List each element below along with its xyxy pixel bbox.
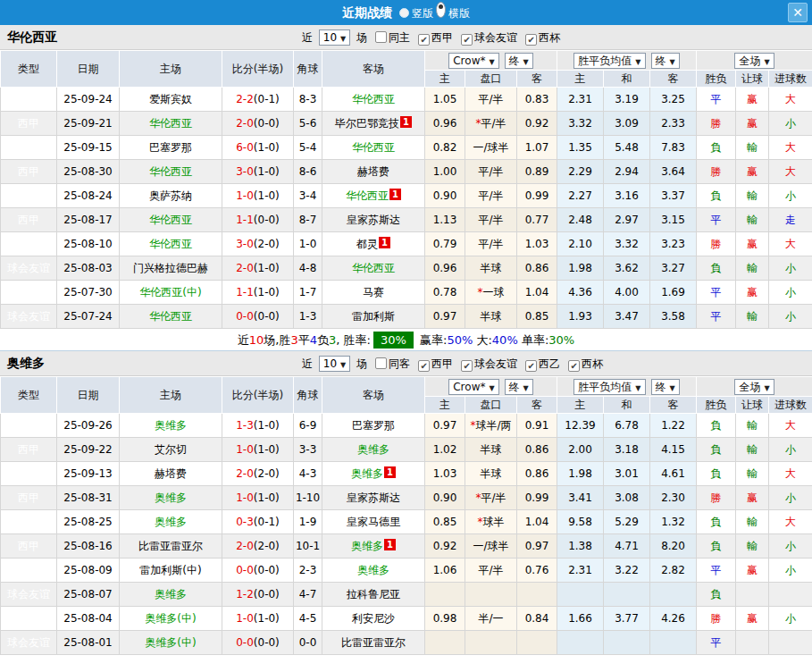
select-value: 终 [656,381,666,393]
scope-select[interactable]: 全场▼ [734,379,774,395]
corner-cell: 4-7 [294,583,322,607]
result-text: 勝 [711,238,722,250]
avg-away-cell: 8.20 [650,534,697,559]
league-type-cell: 西甲 [1,88,57,112]
games-count-select[interactable]: 10▼ [319,29,350,46]
avg-draw-cell: 3.47 [604,305,650,329]
handicap-result-cell: 輸 [736,462,769,486]
corner-cell: 2-3 [294,559,322,583]
home-team-name: 艾尔切 [155,443,187,456]
away-team-name: 利安尼沙 [352,612,395,625]
odds-away-cell: 0.91 [517,414,557,438]
result-text: 負 [711,189,722,202]
result-cell: 負 [697,462,736,486]
same-home-checkbox[interactable] [375,31,387,43]
close-button[interactable]: ✕ [788,3,808,22]
league-checkbox-球会友谊[interactable] [461,360,473,372]
summary-segment: , 胜率: [336,333,371,347]
red-card-badge: 1 [384,466,396,478]
league-type-cell: 球会友谊 [1,631,57,655]
handicap-result-cell: 赢 [736,281,769,305]
away-team-cell: 毕尔巴鄂竞技1 [322,112,425,136]
league-checkbox-西甲[interactable] [418,360,430,372]
final-odds-select[interactable]: 终▼ [505,379,533,395]
corner-cell: 4-5 [294,607,322,631]
odds-company-select[interactable]: Crow*▼ [448,53,498,69]
league-checkbox-球会友谊[interactable] [461,34,473,46]
full-score: 1-0 [236,612,254,625]
avg-odds-select[interactable]: 胜平负均值▼ [573,53,645,69]
column-header: 和 [604,71,650,88]
away-team-cell: 拉科鲁尼亚 [322,583,425,607]
league-checkbox-西杯[interactable] [525,34,537,46]
goals-result-cell: 小 [769,534,812,559]
games-count-select[interactable]: 10▼ [319,356,350,372]
column-header: 盘口 [465,71,517,88]
radio-horizontal-layout[interactable] [436,2,446,18]
header-selects-row: 类型日期主场比分(半场)角球客场Crow*▼终▼胜平负均值▼终▼全场▼ [1,377,812,397]
handicap-value: 平/半 [478,93,503,105]
same-away-checkbox[interactable] [375,357,387,369]
handicap-result-cell: 赢 [736,486,769,510]
radio-horizontal-label[interactable]: 横版 [448,7,470,20]
odds-home-cell: 1.02 [425,438,465,462]
home-team-name: 巴塞罗那 [149,141,192,154]
league-checkbox-label: 球会友谊 [474,31,517,44]
final-avg-select[interactable]: 终▼ [651,379,680,395]
chevron-down-icon: ▼ [340,361,346,369]
games-suffix-label: 场 [353,357,367,370]
summary-segment: 3 [291,333,298,347]
score-cell: 2-2(0-1) [222,88,294,112]
avg-draw-cell: 3.01 [604,462,650,486]
league-type-cell: 西甲 [1,160,57,184]
handicap-value: 半球 [481,467,502,480]
home-team-name: 奥维多 [155,491,187,504]
avg-draw-cell: 3.09 [604,112,650,136]
chevron-down-icon: ▼ [340,35,346,43]
filter-controls: 近 10▼ 场同主西甲球会友谊西杯 [302,29,560,46]
corner-cell: 3-4 [294,184,322,208]
score-cell: 2-0(2-0) [222,534,294,559]
avg-draw-cell: 3.18 [604,438,650,462]
home-team-cell: 奥萨苏纳 [120,184,222,208]
goals-result-cell: 大 [769,462,812,486]
full-score: 2-0 [236,117,254,130]
goals-result-cell: 小 [769,256,812,281]
radio-vertical-layout[interactable] [399,8,409,18]
corner-cell: 10-1 [294,534,322,559]
near-label: 近 [302,31,316,44]
full-score: 0-3 [236,516,254,528]
league-checkbox-西乙[interactable] [525,360,537,372]
half-score: (0-0) [254,564,280,576]
home-team-cell: 比雷亚雷亚尔 [120,534,222,559]
goals-result-cell: 小 [769,559,812,583]
league-checkbox-西甲[interactable] [418,34,430,46]
result-text: 大 [785,419,796,432]
odds-away-cell: 0.97 [517,534,557,559]
avg-away-cell: 4.15 [650,438,697,462]
handicap-cell [465,631,517,655]
handicap-result-cell: 赢 [736,559,769,583]
odds-company-select[interactable]: Crow*▼ [448,379,498,395]
date-cell: 25-08-17 [57,208,120,232]
handicap-cell: *平/半 [465,112,517,136]
result-text: 勝 [711,491,722,504]
league-checkbox-西杯[interactable] [568,360,580,372]
corner-cell: 1-10 [294,486,322,510]
corner-cell: 0-0 [294,631,322,655]
result-cell: 負 [697,438,736,462]
final-odds-select[interactable]: 终▼ [505,53,533,69]
column-header: 比分(半场) [222,377,294,414]
half-score: (2-0) [254,467,280,480]
full-score: 0-0 [236,636,254,649]
scope-select[interactable]: 全场▼ [734,53,774,69]
avg-odds-select[interactable]: 胜平负均值▼ [573,379,645,395]
result-cell: 平 [697,559,736,583]
radio-vertical-label[interactable]: 竖版 [412,7,433,20]
handicap-cell: 一/球半 [465,534,517,559]
odds-away-cell: 0.77 [517,208,557,232]
avg-away-cell: 3.58 [650,305,697,329]
final-avg-select[interactable]: 终▼ [651,53,680,69]
column-header: 主 [557,71,604,88]
away-team-name: 皇家苏斯达 [347,491,400,504]
